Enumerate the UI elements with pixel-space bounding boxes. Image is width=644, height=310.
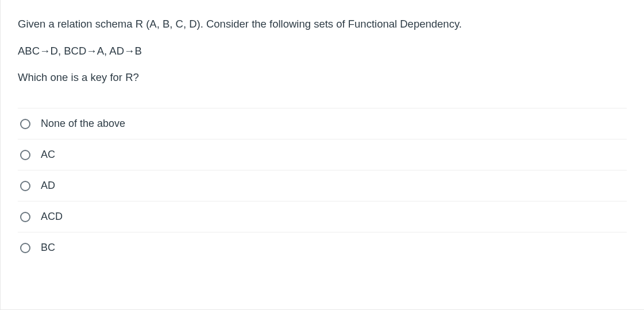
option-row-1[interactable]: AC	[18, 139, 627, 170]
option-row-4[interactable]: BC	[18, 232, 627, 268]
question-line-3: Which one is a key for R?	[18, 69, 627, 86]
option-row-0[interactable]: None of the above	[18, 108, 627, 139]
option-label: AD	[41, 180, 55, 192]
option-label: BC	[41, 242, 55, 254]
option-label: None of the above	[41, 118, 125, 130]
option-row-2[interactable]: AD	[18, 170, 627, 201]
radio-icon	[20, 212, 30, 222]
options-list: None of the above AC AD ACD BC	[18, 108, 627, 268]
radio-icon	[20, 243, 30, 253]
option-label: ACD	[41, 211, 63, 223]
question-stem: Given a relation schema R (A, B, C, D). …	[1, 0, 644, 103]
radio-icon	[20, 150, 30, 160]
option-label: AC	[41, 149, 55, 161]
question-container: Given a relation schema R (A, B, C, D). …	[0, 0, 644, 310]
radio-icon	[20, 181, 30, 191]
option-row-3[interactable]: ACD	[18, 201, 627, 232]
question-line-1: Given a relation schema R (A, B, C, D). …	[18, 16, 627, 33]
radio-icon	[20, 119, 30, 129]
question-line-2: ABC→D, BCD→A, AD→B	[18, 43, 627, 60]
